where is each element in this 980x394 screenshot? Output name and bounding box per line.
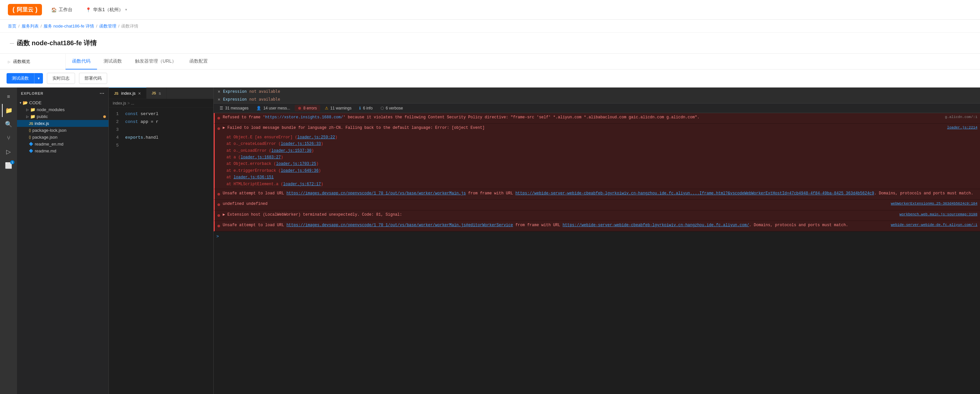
console-prompt[interactable]: > — [214, 231, 980, 242]
expr-close-2[interactable]: × — [218, 97, 220, 102]
breadcrumb-sep-3: / — [96, 24, 97, 29]
breadcrumb-location: ... — [131, 101, 134, 106]
link-webide-1[interactable]: https://webide-server-webide-cbeabfeb-lg… — [515, 191, 874, 196]
error-source-4: webWorkerExtensionHo…25-363d4b5624c9:104 — [891, 201, 977, 207]
link-loader-7[interactable]: loader.js:636:151 — [234, 175, 274, 180]
tree-item-package-lock[interactable]: {} package-lock.json — [17, 127, 108, 134]
error-icon-1: ⊗ — [217, 115, 220, 122]
code-line-3: 3 — [109, 126, 213, 134]
error-icon-6: ⊗ — [217, 222, 220, 230]
filter-verbose[interactable]: ⬡ 6 verbose — [377, 105, 406, 111]
json-icon-1: {} — [29, 129, 31, 132]
error-content-6: Unsafe attempt to load URL https://image… — [223, 222, 888, 229]
error-expand-5[interactable]: ▶ — [223, 213, 225, 217]
link-devsapp-1[interactable]: https://images.devsapp.cn/openvscode/1_7… — [286, 191, 442, 196]
sidebar-item-overview[interactable]: ▷ 函数概览 — [8, 57, 30, 66]
explorer-more-button[interactable]: ··· — [100, 91, 105, 96]
link-loader-3[interactable]: loader.js:1537:30 — [271, 148, 311, 153]
tree-item-readme[interactable]: 🔷 readme.md — [17, 148, 108, 154]
link-loader-4[interactable]: loader.js:1683:27 — [240, 155, 280, 160]
link-worker-editor[interactable]: r/workerMain.js#editorWorkerService — [430, 223, 513, 227]
activity-extensions[interactable]: ⬜ 1 — [2, 159, 15, 172]
tab-config[interactable]: 函数配置 — [183, 54, 214, 69]
code-line-4: 4 exports.handl — [109, 134, 213, 141]
tree-item-readme-en[interactable]: 🔷 readme_en.md — [17, 141, 108, 148]
link-loader-5[interactable]: loader.js:1703:25 — [276, 162, 316, 166]
logo-bracket-right: ) — [35, 6, 38, 13]
tree-item-code-root[interactable]: ▾ 📂 CODE — [17, 99, 108, 106]
breadcrumb-home[interactable]: 首页 — [8, 23, 16, 29]
tab-trigger[interactable]: 触发器管理（URL） — [129, 54, 183, 69]
error-expand-2[interactable]: ▶ — [223, 126, 225, 130]
region-label: 华东1（杭州） — [93, 7, 123, 13]
breadcrumb-func-mgmt[interactable]: 函数管理 — [99, 23, 116, 29]
editor-code-content[interactable]: 1 const serverl 2 const app = r 3 4 expo… — [109, 108, 213, 394]
tree-item-public-label: public — [37, 114, 48, 119]
verbose-filter-icon: ⬡ — [380, 106, 384, 110]
console-messages-area[interactable]: ⊗ Refused to frame 'https://xstore.insig… — [214, 113, 980, 394]
tree-item-code-label: CODE — [29, 100, 41, 105]
tree-item-pkg-lock-label: package-lock.json — [32, 128, 67, 133]
editor-tab-indexjs[interactable]: JS index.js × — [109, 87, 146, 98]
breadcrumb-service-detail[interactable]: 服务 node-chat186-fe 详情 — [44, 23, 94, 29]
link-devsapp-2[interactable]: https://images.devsapp.cn/openvscode/1_7… — [286, 223, 430, 227]
filter-all-messages[interactable]: ☰ 31 messages — [216, 105, 252, 111]
console-filter-bar: ☰ 31 messages 👤 14 user mess... ⊗ 8 erro… — [214, 103, 980, 113]
code-content-1: const serverl — [125, 110, 158, 118]
folder-icon-pub: 📁 — [30, 114, 35, 119]
filter-all-label: 31 messages — [225, 106, 248, 110]
tab-test[interactable]: 测试函数 — [97, 54, 129, 69]
activity-git[interactable]: ⑂ — [2, 132, 15, 145]
location-icon: 📍 — [86, 7, 91, 13]
workbench-nav[interactable]: 🏠 工作台 — [47, 5, 76, 15]
aliyun-logo[interactable]: ( 阿里云 ) — [8, 4, 42, 16]
region-nav[interactable]: 📍 华东1（杭州） ▾ — [82, 5, 131, 15]
filter-errors[interactable]: ⊗ 8 errors — [295, 105, 320, 111]
js-tab-icon: JS — [114, 91, 118, 95]
breadcrumb-services[interactable]: 服务列表 — [22, 23, 39, 29]
error-icon-2: ⊗ — [217, 125, 220, 132]
link-loader-8[interactable]: loader.js:672:17 — [283, 182, 321, 186]
deploy-code-button[interactable]: 部署代码 — [79, 73, 107, 84]
tree-item-package-json[interactable]: {} package.json — [17, 134, 108, 141]
link-loader-2[interactable]: loader.js:1526:33 — [281, 141, 321, 146]
line-num-1: 1 — [109, 110, 125, 118]
tab-code[interactable]: 函数代码 — [65, 54, 97, 70]
code-content-4: exports.handl — [125, 134, 158, 141]
realtime-log-button[interactable]: 实时日志 — [47, 73, 75, 84]
link-worker-main-1[interactable]: kerMain.js — [442, 191, 466, 196]
link-webide-2[interactable]: https://webide-server-webide-cbeabfeb-lg… — [562, 223, 749, 227]
tree-item-node-modules[interactable]: ▷ 📁 node_modules — [17, 106, 108, 113]
link-loader-6[interactable]: loader.js:649:36 — [281, 168, 318, 173]
modified-badge — [103, 115, 106, 118]
js-tab-s-icon: JS — [152, 91, 156, 95]
filter-warnings[interactable]: ⚠ 11 warnings — [321, 105, 355, 111]
tree-item-indexjs[interactable]: JS index.js — [17, 120, 108, 127]
json-icon-2: {} — [29, 135, 31, 139]
breadcrumb-sep: > — [127, 101, 130, 106]
list-icon: ☰ — [220, 106, 223, 110]
line-num-3: 3 — [109, 126, 125, 134]
tab-indexjs-label: index.js — [121, 91, 135, 96]
filter-user-messages[interactable]: 👤 14 user mess... — [253, 105, 293, 111]
filter-errors-label: 8 errors — [303, 106, 317, 110]
filter-info[interactable]: ℹ 6 info — [356, 105, 375, 111]
tree-item-readme-label: readme.md — [35, 148, 56, 153]
tab-close-icon[interactable]: × — [138, 91, 141, 96]
tree-item-public[interactable]: ▷ 📁 public — [17, 113, 108, 120]
test-function-button[interactable]: 测试函数 — [6, 73, 34, 84]
code-content-2: const app = r — [125, 118, 158, 126]
md-icon-2: 🔷 — [29, 149, 33, 153]
editor-tab-s[interactable]: JS s — [146, 87, 167, 98]
activity-debug[interactable]: ▷ — [2, 145, 15, 158]
md-icon-1: 🔷 — [29, 142, 33, 146]
activity-search[interactable]: 🔍 — [2, 118, 15, 131]
expr-close-1[interactable]: × — [218, 89, 220, 94]
activity-hamburger[interactable]: ≡ — [2, 90, 15, 103]
link-loader-1[interactable]: loader.js:259:22 — [297, 135, 335, 140]
link-1688[interactable]: https://xstore.insights.1688.com/ — [265, 115, 343, 120]
tree-item-pkg-json-label: package.json — [32, 135, 58, 140]
console-error-1: ⊗ Refused to frame 'https://xstore.insig… — [214, 113, 980, 124]
activity-explorer[interactable]: 📁 — [2, 104, 15, 117]
test-dropdown-button[interactable]: ▾ — [34, 73, 43, 84]
